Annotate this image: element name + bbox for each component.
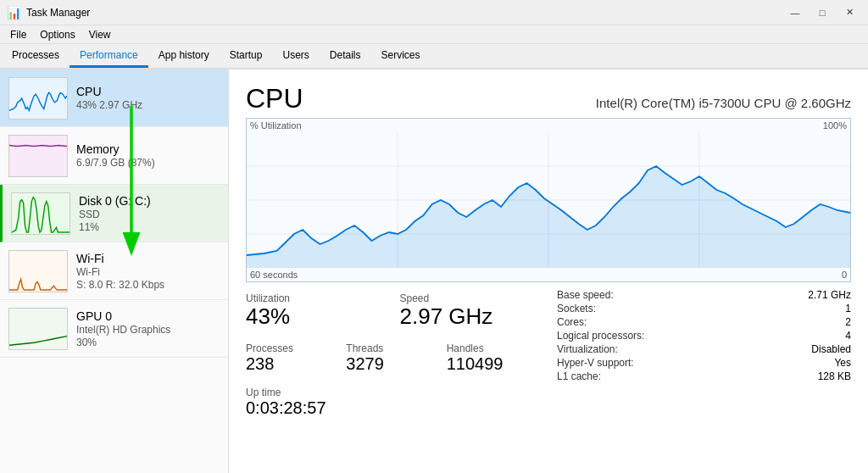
memory-sidebar-stats: 6.9/7.9 GB (87%)	[76, 157, 220, 169]
cores-row: Cores: 2	[557, 316, 851, 328]
cores-value: 2	[845, 316, 851, 328]
chart-top-labels: % Utilization 100%	[247, 119, 850, 132]
wifi-thumbnail	[8, 250, 68, 292]
cpu-model: Intel(R) Core(TM) i5-7300U CPU @ 2.60GHz	[596, 96, 851, 110]
processes-value: 238	[246, 354, 339, 373]
sockets-value: 1	[845, 303, 851, 314]
tab-services[interactable]: Services	[371, 44, 431, 68]
threads-value: 3279	[346, 354, 439, 373]
handles-stat: Handles 110499	[447, 339, 540, 376]
base-speed-row: Base speed: 2.71 GHz	[557, 289, 851, 301]
hyperv-value: Yes	[834, 357, 851, 369]
main-layout: CPU 43% 2.97 GHz Memory 6.9/7.9 GB (87%)	[0, 70, 868, 473]
memory-sidebar-title: Memory	[76, 142, 220, 156]
app-icon: 📊	[7, 6, 21, 19]
chart-x-left: 60 seconds	[250, 270, 298, 280]
utilization-value: 43%	[246, 304, 387, 329]
sidebar-item-cpu[interactable]: CPU 43% 2.97 GHz	[0, 70, 228, 127]
sockets-row: Sockets: 1	[557, 303, 851, 314]
threads-stat: Threads 3279	[346, 339, 439, 376]
svg-rect-4	[9, 309, 67, 349]
close-button[interactable]: ✕	[837, 5, 861, 20]
l1-value: 128 KB	[818, 370, 851, 382]
stats-info-grid: Utilization 43% Speed 2.97 GHz Processes…	[246, 289, 851, 420]
gpu-sidebar-info: GPU 0 Intel(R) HD Graphics 30%	[76, 309, 220, 348]
sidebar-item-wifi[interactable]: Wi-Fi Wi-Fi S: 8.0 R: 32.0 Kbps	[0, 242, 228, 300]
gpu-sidebar-title: GPU 0	[76, 309, 220, 323]
base-speed-value: 2.71 GHz	[808, 289, 851, 301]
menu-file[interactable]: File	[3, 27, 33, 42]
menu-view[interactable]: View	[82, 27, 118, 42]
disk-sidebar-type: SSD	[79, 209, 220, 220]
wifi-sidebar-stats: S: 8.0 R: 32.0 Kbps	[76, 279, 220, 291]
memory-thumbnail	[8, 135, 68, 177]
wifi-sidebar-info: Wi-Fi Wi-Fi S: 8.0 R: 32.0 Kbps	[76, 252, 220, 291]
logical-row: Logical processors: 4	[557, 330, 851, 342]
processes-stat: Processes 238	[246, 339, 339, 376]
disk-sidebar-info: Disk 0 (G: C:) SSD 11%	[79, 194, 220, 233]
gpu-sidebar-name: Intel(R) HD Graphics	[76, 324, 220, 336]
base-speed-label: Base speed:	[557, 289, 614, 301]
cpu-thumbnail	[8, 77, 68, 120]
virt-value: Disabled	[811, 343, 851, 355]
tab-users[interactable]: Users	[272, 44, 319, 68]
svg-rect-2	[12, 193, 70, 234]
speed-stat: Speed 2.97 GHz	[400, 289, 541, 332]
handles-label: Handles	[447, 342, 540, 354]
tab-details[interactable]: Details	[320, 44, 371, 68]
tab-performance[interactable]: Performance	[70, 44, 148, 68]
sidebar-item-disk[interactable]: Disk 0 (G: C:) SSD 11%	[0, 185, 228, 242]
disk-sidebar-stats: 11%	[79, 221, 220, 233]
speed-value: 2.97 GHz	[400, 304, 541, 329]
maximize-button[interactable]: □	[810, 5, 834, 20]
threads-label: Threads	[346, 342, 439, 354]
chart-y-label: % Utilization	[250, 120, 302, 131]
utilization-label: Utilization	[246, 292, 387, 304]
content-area: CPU Intel(R) Core(TM) i5-7300U CPU @ 2.6…	[229, 70, 868, 473]
cpu-chart-svg	[247, 132, 850, 268]
logical-value: 4	[845, 330, 851, 342]
app-title: Task Manager	[26, 7, 90, 19]
uptime-stat: Up time 0:03:28:57	[246, 383, 540, 420]
wifi-sidebar-name: Wi-Fi	[76, 266, 220, 278]
cpu-title: CPU	[246, 83, 303, 114]
cpu-sidebar-title: CPU	[76, 85, 220, 98]
sockets-label: Sockets:	[557, 303, 596, 314]
menu-options[interactable]: Options	[33, 27, 81, 42]
sidebar: CPU 43% 2.97 GHz Memory 6.9/7.9 GB (87%)	[0, 70, 229, 473]
left-stats: Utilization 43% Speed 2.97 GHz Processes…	[246, 289, 540, 420]
chart-y-max: 100%	[823, 120, 847, 131]
svg-rect-3	[9, 251, 67, 292]
tab-processes[interactable]: Processes	[2, 44, 70, 68]
chart-bottom-labels: 60 seconds 0	[247, 268, 850, 281]
cpu-sidebar-stats: 43% 2.97 GHz	[76, 99, 220, 111]
cpu-sidebar-info: CPU 43% 2.97 GHz	[76, 85, 220, 111]
gpu-thumbnail	[8, 308, 68, 350]
title-bar-controls: — □ ✕	[783, 5, 861, 20]
uptime-label: Up time	[246, 387, 540, 398]
title-bar: 📊 Task Manager — □ ✕	[0, 0, 868, 25]
wifi-sidebar-title: Wi-Fi	[76, 252, 220, 265]
tab-startup[interactable]: Startup	[220, 44, 273, 68]
utilization-stat: Utilization 43%	[246, 289, 387, 332]
title-bar-left: 📊 Task Manager	[7, 6, 90, 19]
cpu-chart-area: % Utilization 100% 60 seconds 0	[246, 118, 851, 282]
uptime-value: 0:03:28:57	[246, 398, 540, 417]
handles-value: 110499	[447, 354, 540, 373]
svg-rect-1	[9, 136, 67, 176]
logical-label: Logical processors:	[557, 330, 644, 342]
minimize-button[interactable]: —	[783, 5, 807, 20]
chart-x-right: 0	[842, 270, 847, 280]
right-info: Base speed: 2.71 GHz Sockets: 1 Cores: 2…	[557, 289, 851, 420]
hyperv-row: Hyper-V support: Yes	[557, 357, 851, 369]
virt-row: Virtualization: Disabled	[557, 343, 851, 355]
cpu-header: CPU Intel(R) Core(TM) i5-7300U CPU @ 2.6…	[246, 83, 851, 114]
tab-app-history[interactable]: App history	[148, 44, 220, 68]
processes-label: Processes	[246, 342, 339, 354]
hyperv-label: Hyper-V support:	[557, 357, 634, 369]
menu-bar: File Options View	[0, 25, 868, 44]
sidebar-item-memory[interactable]: Memory 6.9/7.9 GB (87%)	[0, 127, 228, 185]
sidebar-item-gpu[interactable]: GPU 0 Intel(R) HD Graphics 30%	[0, 300, 228, 358]
l1-label: L1 cache:	[557, 370, 601, 382]
speed-label: Speed	[400, 292, 541, 304]
